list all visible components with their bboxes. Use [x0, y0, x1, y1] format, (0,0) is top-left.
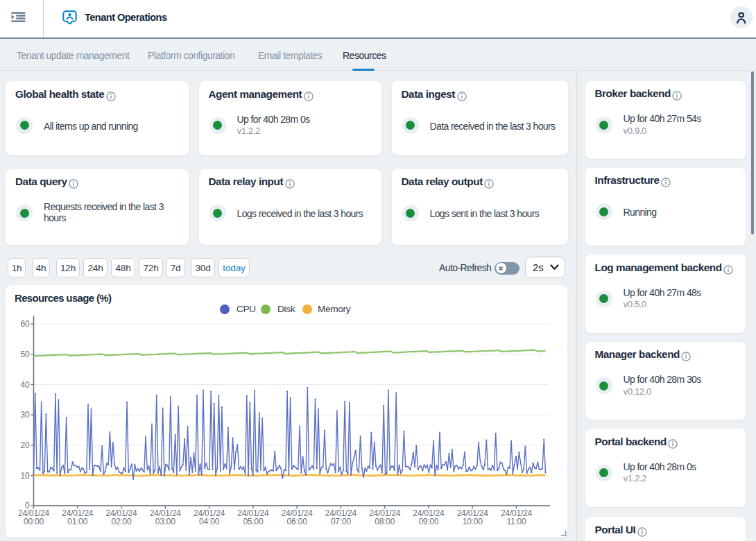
svg-text:09:00: 09:00: [418, 517, 439, 526]
svg-text:60: 60: [21, 319, 30, 329]
svg-text:08:00: 08:00: [375, 517, 395, 526]
svg-text:10: 10: [21, 471, 30, 481]
svg-text:01:00: 01:00: [67, 517, 88, 526]
svg-text:03:00: 03:00: [155, 517, 176, 526]
svg-text:06:00: 06:00: [287, 517, 308, 526]
svg-text:50: 50: [21, 350, 30, 359]
svg-text:02:00: 02:00: [111, 517, 132, 526]
svg-text:30: 30: [21, 410, 30, 420]
svg-text:10:00: 10:00: [463, 517, 483, 526]
svg-text:40: 40: [21, 380, 30, 390]
svg-text:04:00: 04:00: [199, 517, 220, 526]
svg-text:20: 20: [21, 440, 30, 450]
svg-text:07:00: 07:00: [331, 517, 352, 526]
svg-text:11:00: 11:00: [506, 517, 526, 526]
svg-text:00:00: 00:00: [24, 517, 44, 526]
svg-text:05:00: 05:00: [243, 517, 264, 526]
